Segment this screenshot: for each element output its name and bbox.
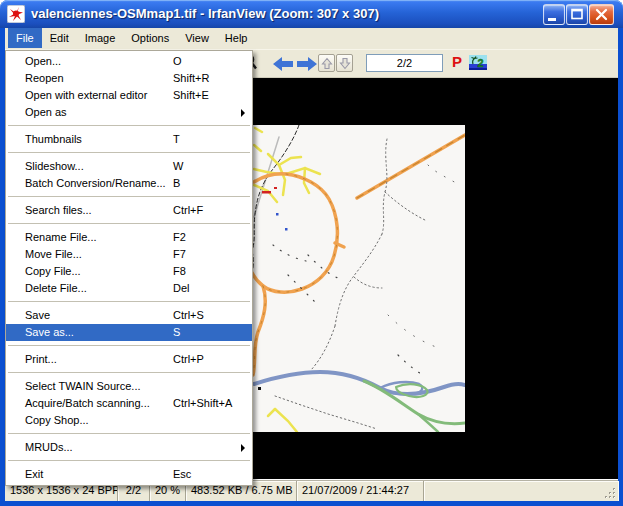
file-menu-item[interactable]: Exit Esc: [6, 466, 252, 483]
menu-item-shortcut: Del: [173, 280, 190, 297]
menu-item-label: Copy Shop...: [25, 412, 89, 429]
file-menu-item[interactable]: Copy Shop...: [6, 412, 252, 429]
menubar-item-label: Options: [131, 32, 169, 44]
app-icon[interactable]: [7, 5, 25, 23]
minimize-button[interactable]: [543, 4, 565, 25]
menu-item-label: Select TWAIN Source...: [25, 378, 141, 395]
menu-item-shortcut: Shift+R: [173, 70, 209, 87]
file-menu-item[interactable]: Acquire/Batch scanning... Ctrl+Shift+A: [6, 395, 252, 412]
file-menu-item[interactable]: Open... O: [6, 53, 252, 70]
menu-item-shortcut: B: [173, 175, 180, 192]
menu-item-shortcut: Ctrl+S: [173, 307, 204, 324]
close-button[interactable]: [589, 4, 614, 25]
menu-separator: [8, 345, 250, 346]
menu-item-shortcut: F8: [173, 263, 186, 280]
menubar-item-label: Edit: [50, 32, 69, 44]
menu-item-shortcut: F7: [173, 246, 186, 263]
menu-item-shortcut: Ctrl+F: [173, 202, 203, 219]
file-menu-item[interactable]: Search files... Ctrl+F: [6, 202, 252, 219]
file-menu-item[interactable]: Save Ctrl+S: [6, 307, 252, 324]
window-title: valenciennes-OSMmap1.tif - IrfanView (Zo…: [31, 0, 379, 28]
resize-grip[interactable]: [604, 487, 617, 500]
menu-separator: [8, 223, 250, 224]
previous-image-icon[interactable]: [273, 57, 293, 73]
file-menu-item[interactable]: Rename File... F2: [6, 229, 252, 246]
menubar-item[interactable]: Edit: [42, 28, 77, 48]
menu-item-label: Save as...: [25, 324, 74, 341]
statusbar-cell-text: 21/07/2009 / 21:44:27: [302, 484, 409, 496]
menu-item-label: Save: [25, 307, 50, 324]
menu-item-label: Open with external editor: [25, 87, 147, 104]
maximize-icon: [567, 5, 587, 24]
next-image-icon[interactable]: [297, 57, 317, 73]
multipage-image-icon[interactable]: 2: [469, 55, 487, 70]
titlebar[interactable]: valenciennes-OSMmap1.tif - IrfanView (Zo…: [0, 0, 623, 28]
menubar-item-label: File: [16, 32, 34, 44]
menu-item-label: Thumbnails: [25, 131, 82, 148]
arrow-up-icon: [321, 57, 333, 70]
menu-item-shortcut: T: [173, 131, 180, 148]
menu-separator: [8, 301, 250, 302]
menu-separator: [8, 460, 250, 461]
menu-item-label: Open...: [25, 53, 61, 70]
menubar: File Edit Image Options View Help: [5, 28, 618, 49]
file-menu-item[interactable]: Batch Conversion/Rename... B: [6, 175, 252, 192]
menubar-item-label: Image: [85, 32, 116, 44]
file-menu-item[interactable]: Open with external editor Shift+E: [6, 87, 252, 104]
menu-separator: [8, 152, 250, 153]
menu-item-shortcut: F2: [173, 229, 186, 246]
menu-item-shortcut: O: [173, 53, 182, 70]
menu-item-label: Exit: [25, 466, 43, 483]
menubar-item-label: View: [185, 32, 209, 44]
maximize-button[interactable]: [566, 4, 588, 25]
menu-item-shortcut: S: [173, 324, 180, 341]
close-icon: [590, 5, 613, 24]
menu-separator: [8, 125, 250, 126]
submenu-arrow-icon: [241, 444, 245, 452]
menu-item-shortcut: Shift+E: [173, 87, 209, 104]
file-menu-item[interactable]: MRUDs...: [6, 439, 252, 456]
file-menu-item[interactable]: Slideshow... W: [6, 158, 252, 175]
file-menu-item[interactable]: Thumbnails T: [6, 131, 252, 148]
menu-item-shortcut: Ctrl+P: [173, 351, 204, 368]
menubar-item[interactable]: View: [177, 28, 217, 48]
menu-item-shortcut: Ctrl+Shift+A: [173, 395, 232, 412]
menubar-item[interactable]: File: [8, 28, 42, 48]
menubar-item[interactable]: Image: [77, 28, 124, 48]
menu-item-label: Move File...: [25, 246, 82, 263]
menu-item-label: Acquire/Batch scanning...: [25, 395, 150, 412]
menu-item-label: Print...: [25, 351, 57, 368]
menu-item-label: Batch Conversion/Rename...: [25, 175, 166, 192]
file-menu-item[interactable]: Save as... S: [6, 324, 252, 341]
statusbar-cell: 21/07/2009 / 21:44:27: [297, 481, 424, 501]
menu-separator: [8, 433, 250, 434]
file-menu-item[interactable]: Reopen Shift+R: [6, 70, 252, 87]
statusbar-cell: [424, 481, 618, 501]
menubar-item[interactable]: Options: [123, 28, 177, 48]
menubar-item-label: Help: [225, 32, 248, 44]
menu-item-label: Copy File...: [25, 263, 81, 280]
file-menu-item[interactable]: Copy File... F8: [6, 263, 252, 280]
menu-item-label: Reopen: [25, 70, 64, 87]
menu-item-label: Open as: [25, 104, 67, 121]
file-menu-item[interactable]: Open as: [6, 104, 252, 121]
menu-separator: [8, 372, 250, 373]
print-p-icon[interactable]: P: [449, 53, 465, 70]
menu-separator: [8, 196, 250, 197]
page-down-button[interactable]: [336, 54, 353, 72]
page-up-button[interactable]: [318, 54, 335, 72]
menu-item-shortcut: Esc: [173, 466, 191, 483]
menubar-item[interactable]: Help: [217, 28, 256, 48]
file-menu-item[interactable]: Select TWAIN Source...: [6, 378, 252, 395]
file-menu-item[interactable]: Print... Ctrl+P: [6, 351, 252, 368]
file-menu-dropdown: Open... O Reopen Shift+R Open with exter…: [5, 50, 253, 486]
file-menu-item[interactable]: Delete File... Del: [6, 280, 252, 297]
svg-text:2: 2: [478, 57, 484, 69]
menu-item-label: Rename File...: [25, 229, 97, 246]
page-number-field[interactable]: [366, 54, 443, 72]
menu-item-label: Slideshow...: [25, 158, 84, 175]
menu-item-label: MRUDs...: [25, 439, 73, 456]
minimize-icon: [544, 5, 564, 24]
submenu-arrow-icon: [241, 109, 245, 117]
file-menu-item[interactable]: Move File... F7: [6, 246, 252, 263]
